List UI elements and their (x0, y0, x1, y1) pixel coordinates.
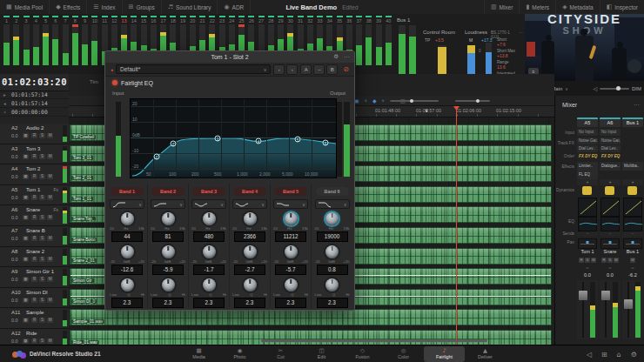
sends-slot[interactable]: – (577, 231, 598, 237)
fader-value[interactable]: -6.2 (622, 272, 643, 278)
preset-prev-button[interactable]: ‹ (273, 64, 285, 75)
r-button[interactable]: R (31, 195, 37, 200)
dynamics-enable-button[interactable] (582, 186, 592, 195)
gain-knob[interactable] (121, 245, 134, 258)
audio-clip[interactable]: Ride_01.wav (70, 330, 552, 345)
input-selector[interactable]: No Input (600, 129, 621, 136)
arm-dash-indicator[interactable] (298, 16, 304, 17)
compare---button[interactable]: – (313, 64, 325, 75)
s-button[interactable]: S (39, 195, 45, 200)
s-button[interactable]: S (585, 258, 590, 263)
toolbar-button-inspector[interactable]: ◧Inspector (600, 0, 644, 14)
speaker-icon[interactable]: ◁ (593, 85, 597, 91)
m-button[interactable]: M (47, 257, 53, 262)
strip-name[interactable]: A5 (577, 117, 598, 127)
frequency-value[interactable]: 480 (193, 231, 225, 242)
sends-slot[interactable]: – (600, 231, 621, 237)
filter-shape-dropdown[interactable]: ∨ (232, 199, 267, 209)
arm-dash-indicator[interactable] (151, 16, 157, 17)
eq-band-point[interactable]: 3 (215, 136, 221, 142)
arm-dash-indicator[interactable] (229, 16, 235, 17)
strip-name[interactable]: A6 (600, 117, 621, 127)
arm-dash-indicator[interactable] (258, 16, 265, 17)
arm-dash-indicator[interactable] (82, 16, 88, 17)
eq-window-titlebar[interactable]: Tom 1 - Slot 2 ⚙ ··· (105, 51, 354, 64)
eq-band-point[interactable]: 4 (256, 138, 262, 144)
fader-value[interactable]: 0.0 (600, 272, 621, 278)
arm-dash-indicator[interactable] (111, 16, 117, 17)
band-enable-button[interactable]: Band 4 (233, 187, 266, 196)
monitor-volume-slider[interactable] (600, 88, 629, 90)
dynamics-thumbnail[interactable] (623, 198, 642, 217)
frequency-knob[interactable] (121, 212, 134, 225)
preset-dropdown[interactable]: Default* ∨ (116, 64, 271, 74)
arm-dash-indicator[interactable] (170, 16, 176, 17)
r-button[interactable]: R (31, 133, 37, 138)
zoom-slider[interactable] (391, 100, 439, 102)
timeline-tool-icon[interactable]: ∨ (365, 98, 367, 103)
gain-knob[interactable] (285, 245, 298, 258)
r-button[interactable]: R (579, 258, 584, 263)
workspace-icon[interactable]: ⊞ (601, 351, 607, 359)
r-button[interactable]: R (31, 277, 37, 282)
toolbar-button-media-pool[interactable]: ▦Media Pool (0, 0, 50, 14)
bypass-icon[interactable]: ⊘ (343, 65, 349, 73)
settings-gear-icon[interactable]: ⚙ (631, 351, 637, 359)
q-value[interactable]: 2.3 (193, 298, 225, 308)
arm-dash-indicator[interactable] (268, 16, 274, 17)
arm-dash-indicator[interactable] (13, 16, 19, 17)
s-button[interactable]: S (39, 298, 45, 303)
band-enable-button[interactable]: Band 6 (316, 187, 349, 196)
r-button[interactable]: R (31, 339, 37, 344)
arm-dash-indicator[interactable] (287, 16, 293, 17)
r-button[interactable]: R (31, 318, 37, 323)
s-button[interactable]: S (39, 154, 45, 159)
pan-control[interactable] (578, 238, 597, 249)
gain-value[interactable]: 0.8 (317, 265, 348, 275)
toolbar-button-mixer[interactable]: ▥Mixer (484, 0, 520, 14)
strip-name[interactable]: Bus 1 (622, 117, 643, 127)
arm-dash-indicator[interactable] (131, 16, 137, 17)
frequency-value[interactable]: 81 (152, 231, 184, 242)
arm-dash-indicator[interactable] (337, 16, 343, 17)
m-button[interactable]: M (630, 258, 635, 263)
track-header-a11[interactable]: A11Sample0.0▦RSM (0, 308, 69, 329)
track-header-a10[interactable]: A10Simon DI0.0▦RSM (0, 288, 69, 309)
page-tab-fusion[interactable]: ◇Fusion (342, 346, 383, 362)
arm-dash-indicator[interactable] (63, 16, 69, 17)
eq-band-point[interactable]: 2 (171, 141, 177, 147)
dynamics-enable-button[interactable] (605, 186, 614, 195)
toolbar-button-groups[interactable]: ⊞Groups (123, 0, 162, 14)
r-button[interactable]: R (31, 257, 37, 262)
arm-dash-indicator[interactable] (366, 16, 372, 17)
frequency-knob[interactable] (203, 212, 216, 225)
track-header-a4[interactable]: A4Tom 20.0▦RSM (0, 164, 69, 185)
arm-dash-indicator[interactable] (91, 16, 97, 17)
fader-handle[interactable] (624, 299, 633, 309)
processing-order[interactable]: FX DY EQ (577, 153, 598, 160)
arm-dash-indicator[interactable] (33, 16, 39, 17)
track-fx-slot[interactable]: Dial Lev.. (577, 145, 598, 152)
s-button[interactable]: S (39, 318, 45, 323)
arm-dash-indicator[interactable] (52, 16, 58, 17)
toolbar-button-meters[interactable]: ▮Meters (519, 0, 555, 14)
dynamics-thumbnail[interactable] (600, 198, 620, 217)
video-viewer[interactable]: CITYSIDE SHOW ≡ (525, 14, 644, 81)
s-button[interactable]: S (39, 174, 45, 179)
page-tab-fairlight[interactable]: ♪Fairlight (424, 346, 465, 362)
toolbar-button-sound-library[interactable]: ♬Sound Library (162, 0, 218, 14)
band-enable-button[interactable]: Band 2 (151, 187, 184, 196)
preset-next-button[interactable]: › (286, 64, 298, 75)
frequency-knob[interactable] (244, 212, 257, 225)
gain-knob[interactable] (325, 245, 339, 258)
fader-handle[interactable] (579, 291, 587, 300)
q-knob[interactable] (162, 278, 175, 292)
arm-dash-indicator[interactable] (180, 16, 186, 17)
m-button[interactable]: M (47, 195, 53, 200)
arm-dash-indicator[interactable] (219, 16, 225, 17)
arm-dash-indicator[interactable] (43, 16, 49, 17)
gain-value[interactable]: -5.7 (275, 265, 306, 275)
filter-shape-dropdown[interactable]: ∨ (315, 199, 350, 209)
q-knob[interactable] (203, 278, 216, 292)
sends-slot[interactable]: – (622, 231, 643, 237)
